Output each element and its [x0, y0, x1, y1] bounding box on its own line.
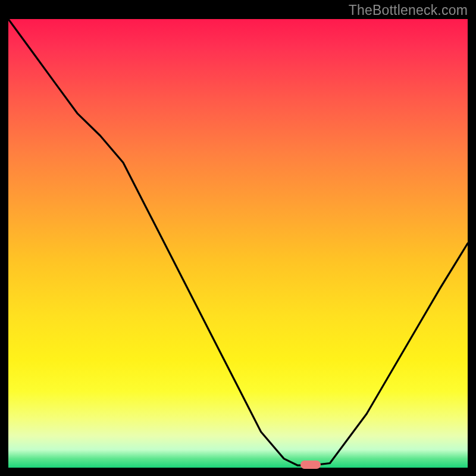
optimal-marker: [300, 461, 321, 469]
chart-frame: TheBottleneck.com: [0, 0, 476, 476]
chart-gradient-background: [8, 19, 468, 468]
watermark: TheBottleneck.com: [349, 2, 468, 18]
